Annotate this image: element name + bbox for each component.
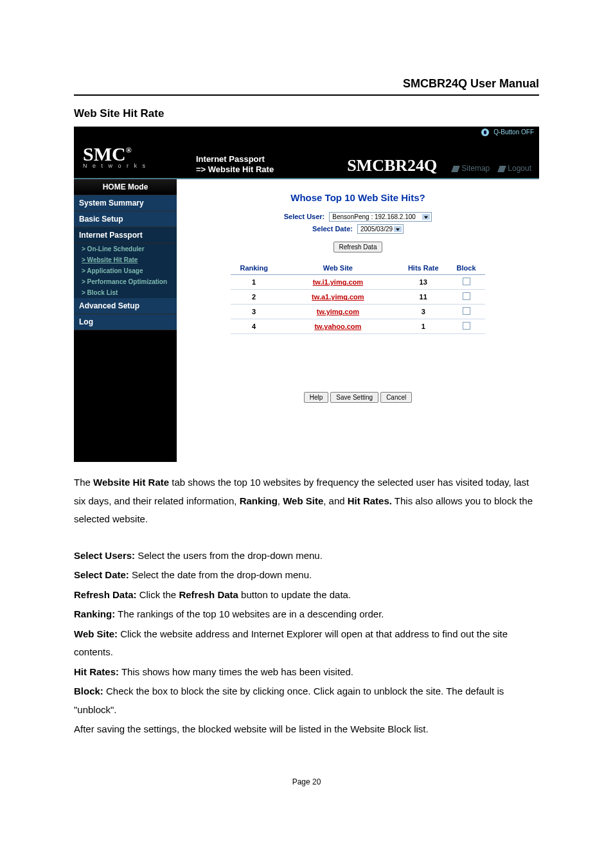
cancel-button[interactable]: Cancel [380,392,412,403]
sidebar-item-home[interactable]: HOME Mode [74,179,177,195]
col-hits-rate: Hits Rate [399,261,448,275]
website-line: Web Site: Click the website address and … [74,625,539,662]
logo-reg: ® [126,146,132,155]
website-link[interactable]: tw.yahoo.com [314,323,361,330]
select-users-line: Select Users: Select the users from the … [74,547,539,565]
breadcrumb: Internet Passport => Website Hit Rate [196,154,274,174]
block-line: Block: Check the box to block the site b… [74,682,539,719]
select-date-line: Select Date: Select the date from the dr… [74,566,539,585]
intro-paragraph: The Website Hit Rate tab shows the top 1… [74,474,539,529]
breadcrumb-line2: => Website Hit Rate [196,164,274,175]
sitemap-link[interactable]: Sitemap [452,164,490,173]
table-row: 4 tw.yahoo.com 1 [231,319,484,334]
sidebar-item-advanced-setup[interactable]: Advanced Setup [74,298,177,314]
sidebar-sub-app-usage[interactable]: > Application Usage [74,265,177,276]
ranking-line: Ranking: The rankings of the top 10 webs… [74,605,539,624]
col-website: Web Site [277,261,399,275]
block-checkbox[interactable] [463,292,470,300]
select-date-dropdown[interactable]: 2005/03/29 [357,224,404,234]
cell-hits: 3 [399,305,448,319]
page-number: Page 20 [74,777,539,786]
breadcrumb-line1: Internet Passport [196,154,274,164]
block-checkbox[interactable] [463,322,470,330]
select-user-dropdown[interactable]: BensonPeng : 192.168.2.100 [329,212,432,222]
sidebar-item-basic-setup[interactable]: Basic Setup [74,211,177,227]
refresh-data-button[interactable]: Refresh Data [333,242,383,252]
logo-text: SMC [83,143,126,164]
slash-icon [451,166,460,172]
col-ranking: Ranking [231,261,276,275]
block-checkbox[interactable] [463,307,470,315]
logout-link[interactable]: Logout [499,164,531,173]
table-row: 1 tw.i1.yimg.com 13 [231,275,484,290]
sidebar-item-internet-passport[interactable]: Internet Passport [74,227,177,244]
website-link[interactable]: tw.i1.yimg.com [313,278,363,286]
sidebar-sub-block-list[interactable]: > Block List [74,287,177,298]
sidebar-sub-performance[interactable]: > Performance Optimization [74,276,177,287]
q-button-bar: Q-Button OFF [74,127,539,138]
refresh-data-line: Refresh Data: Click the Refresh Data but… [74,586,539,605]
content-title: Whose Top 10 Web Site Hits? [191,192,525,203]
slash-icon [497,166,506,172]
content-area: Whose Top 10 Web Site Hits? Select User:… [177,179,539,462]
cell-rank: 4 [231,319,276,334]
cell-rank: 1 [231,275,276,290]
cell-hits: 11 [399,290,448,305]
hitrates-line: Hit Rates: This shows how many times the… [74,663,539,682]
title-divider [74,94,539,96]
help-button[interactable]: Help [304,392,329,403]
col-block: Block [448,261,485,275]
after-save-line: After saving the settings, the blocked w… [74,720,539,739]
q-button-icon[interactable] [481,128,489,136]
product-name: SMCBR24Q [347,156,437,175]
cell-rank: 3 [231,305,276,319]
q-button-label: Q-Button OFF [493,128,534,136]
block-checkbox[interactable] [463,278,470,285]
section-title: Web Site Hit Rate [74,107,539,120]
sidebar: HOME Mode System Summary Basic Setup Int… [74,179,177,462]
cell-hits: 1 [399,319,448,334]
table-row: 3 tw.yimg.com 3 [231,305,484,319]
website-link[interactable]: tw.a1.yimg.com [312,293,364,301]
logo-subtext: N e t w o r k s [83,163,170,169]
website-link[interactable]: tw.yimg.com [317,308,359,315]
save-setting-button[interactable]: Save Setting [330,392,378,403]
select-date-label: Select Date: [312,225,353,233]
sidebar-item-log[interactable]: Log [74,314,177,330]
document-body: The Website Hit Rate tab shows the top 1… [74,474,539,739]
logo: SMC® N e t w o r k s [74,138,177,178]
table-row: 2 tw.a1.yimg.com 11 [231,290,484,305]
router-ui-screenshot: Q-Button OFF SMC® N e t w o r k s Intern… [74,127,539,462]
sidebar-sub-scheduler[interactable]: > On-Line Scheduler [74,244,177,254]
manual-title: SMCBR24Q User Manual [74,77,539,94]
sidebar-sub-hit-rate[interactable]: > Website Hit Rate [74,254,177,265]
select-user-label: Select User: [284,213,325,220]
sidebar-item-summary[interactable]: System Summary [74,195,177,211]
hits-table: Ranking Web Site Hits Rate Block 1 tw.i1… [231,261,484,334]
cell-rank: 2 [231,290,276,305]
cell-hits: 13 [399,275,448,290]
